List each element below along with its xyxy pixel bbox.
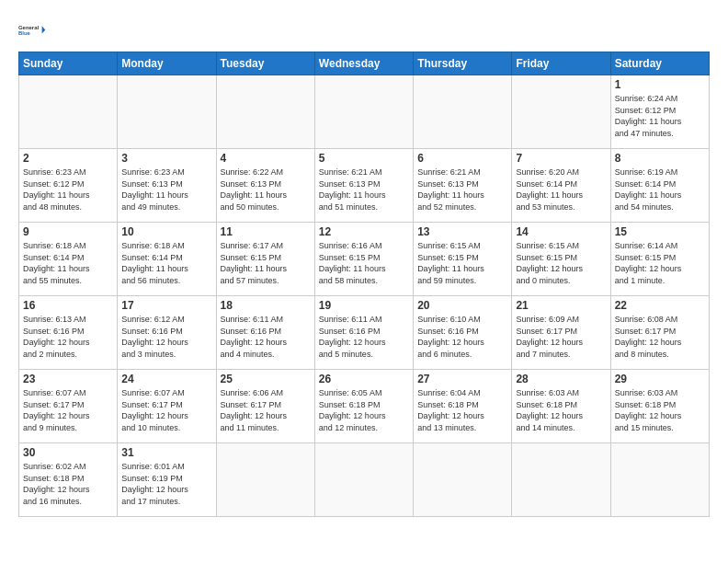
- day-info: Sunrise: 6:11 AM Sunset: 6:16 PM Dayligh…: [221, 314, 311, 360]
- day-number: 19: [319, 299, 409, 312]
- calendar-cell: [216, 75, 314, 149]
- calendar-week-2: 2Sunrise: 6:23 AM Sunset: 6:12 PM Daylig…: [19, 149, 710, 223]
- day-info: Sunrise: 6:22 AM Sunset: 6:13 PM Dayligh…: [221, 167, 311, 213]
- calendar-week-3: 9Sunrise: 6:18 AM Sunset: 6:14 PM Daylig…: [19, 223, 710, 296]
- weekday-header-row: SundayMondayTuesdayWednesdayThursdayFrid…: [19, 52, 710, 75]
- day-number: 25: [221, 373, 311, 385]
- day-number: 12: [319, 225, 409, 238]
- day-info: Sunrise: 6:11 AM Sunset: 6:16 PM Dayligh…: [319, 314, 409, 360]
- weekday-header-friday: Friday: [512, 52, 610, 75]
- day-info: Sunrise: 6:03 AM Sunset: 6:18 PM Dayligh…: [615, 387, 705, 433]
- calendar-cell: 28Sunrise: 6:03 AM Sunset: 6:18 PM Dayli…: [512, 370, 610, 443]
- calendar-table: SundayMondayTuesdayWednesdayThursdayFrid…: [18, 52, 710, 517]
- calendar-cell: 10Sunrise: 6:18 AM Sunset: 6:14 PM Dayli…: [118, 223, 216, 296]
- day-info: Sunrise: 6:14 AM Sunset: 6:15 PM Dayligh…: [615, 240, 705, 286]
- day-info: Sunrise: 6:20 AM Sunset: 6:14 PM Dayligh…: [516, 167, 606, 213]
- day-info: Sunrise: 6:21 AM Sunset: 6:13 PM Dayligh…: [319, 167, 409, 213]
- day-number: 9: [23, 225, 113, 238]
- day-number: 3: [121, 152, 211, 165]
- day-number: 24: [121, 373, 211, 385]
- calendar-cell: 6Sunrise: 6:21 AM Sunset: 6:13 PM Daylig…: [414, 149, 512, 223]
- calendar-cell: [414, 75, 512, 149]
- calendar-week-4: 16Sunrise: 6:13 AM Sunset: 6:16 PM Dayli…: [19, 296, 710, 370]
- day-number: 22: [615, 299, 705, 312]
- day-number: 11: [221, 225, 311, 238]
- calendar-cell: 26Sunrise: 6:05 AM Sunset: 6:18 PM Dayli…: [314, 370, 413, 443]
- day-number: 29: [615, 373, 705, 385]
- day-info: Sunrise: 6:15 AM Sunset: 6:15 PM Dayligh…: [417, 240, 507, 286]
- calendar-cell: 2Sunrise: 6:23 AM Sunset: 6:12 PM Daylig…: [19, 149, 118, 223]
- day-number: 20: [417, 299, 507, 312]
- logo: GeneralBlue: [18, 15, 48, 44]
- calendar-cell: [216, 443, 314, 517]
- calendar-cell: 12Sunrise: 6:16 AM Sunset: 6:15 PM Dayli…: [314, 223, 413, 296]
- calendar-cell: 20Sunrise: 6:10 AM Sunset: 6:16 PM Dayli…: [414, 296, 512, 370]
- page-header: GeneralBlue: [18, 15, 710, 44]
- calendar-week-5: 23Sunrise: 6:07 AM Sunset: 6:17 PM Dayli…: [19, 370, 710, 443]
- day-number: 14: [516, 225, 606, 238]
- day-info: Sunrise: 6:07 AM Sunset: 6:17 PM Dayligh…: [23, 387, 113, 433]
- calendar-cell: 29Sunrise: 6:03 AM Sunset: 6:18 PM Dayli…: [610, 370, 709, 443]
- weekday-header-sunday: Sunday: [19, 52, 118, 75]
- calendar-cell: 14Sunrise: 6:15 AM Sunset: 6:15 PM Dayli…: [512, 223, 610, 296]
- day-number: 28: [516, 373, 606, 385]
- day-number: 1: [615, 78, 705, 91]
- calendar-cell: 25Sunrise: 6:06 AM Sunset: 6:17 PM Dayli…: [216, 370, 314, 443]
- calendar-cell: 9Sunrise: 6:18 AM Sunset: 6:14 PM Daylig…: [19, 223, 118, 296]
- svg-text:General: General: [18, 25, 39, 30]
- day-info: Sunrise: 6:17 AM Sunset: 6:15 PM Dayligh…: [221, 240, 311, 286]
- day-number: 17: [121, 299, 211, 312]
- day-info: Sunrise: 6:06 AM Sunset: 6:17 PM Dayligh…: [221, 387, 311, 433]
- day-number: 31: [121, 446, 211, 459]
- weekday-header-wednesday: Wednesday: [314, 52, 413, 75]
- calendar-cell: 17Sunrise: 6:12 AM Sunset: 6:16 PM Dayli…: [118, 296, 216, 370]
- day-info: Sunrise: 6:08 AM Sunset: 6:17 PM Dayligh…: [615, 314, 705, 360]
- day-number: 21: [516, 299, 606, 312]
- svg-text:Blue: Blue: [18, 30, 31, 36]
- day-number: 5: [319, 152, 409, 165]
- weekday-header-saturday: Saturday: [610, 52, 709, 75]
- calendar-cell: 18Sunrise: 6:11 AM Sunset: 6:16 PM Dayli…: [216, 296, 314, 370]
- day-number: 2: [23, 152, 113, 165]
- calendar-cell: 13Sunrise: 6:15 AM Sunset: 6:15 PM Dayli…: [414, 223, 512, 296]
- day-info: Sunrise: 6:19 AM Sunset: 6:14 PM Dayligh…: [615, 167, 705, 213]
- day-info: Sunrise: 6:10 AM Sunset: 6:16 PM Dayligh…: [417, 314, 507, 360]
- day-info: Sunrise: 6:03 AM Sunset: 6:18 PM Dayligh…: [516, 387, 606, 433]
- calendar-cell: 3Sunrise: 6:23 AM Sunset: 6:13 PM Daylig…: [118, 149, 216, 223]
- calendar-cell: 16Sunrise: 6:13 AM Sunset: 6:16 PM Dayli…: [19, 296, 118, 370]
- calendar-cell: [414, 443, 512, 517]
- calendar-cell: 23Sunrise: 6:07 AM Sunset: 6:17 PM Dayli…: [19, 370, 118, 443]
- calendar-week-1: 1Sunrise: 6:24 AM Sunset: 6:12 PM Daylig…: [19, 75, 710, 149]
- calendar-cell: [610, 443, 709, 517]
- calendar-week-6: 30Sunrise: 6:02 AM Sunset: 6:18 PM Dayli…: [19, 443, 710, 517]
- weekday-header-thursday: Thursday: [414, 52, 512, 75]
- calendar-cell: [314, 75, 413, 149]
- weekday-header-tuesday: Tuesday: [216, 52, 314, 75]
- calendar-cell: 5Sunrise: 6:21 AM Sunset: 6:13 PM Daylig…: [314, 149, 413, 223]
- day-info: Sunrise: 6:21 AM Sunset: 6:13 PM Dayligh…: [417, 167, 507, 213]
- calendar-cell: [512, 443, 610, 517]
- weekday-header-monday: Monday: [118, 52, 216, 75]
- day-number: 13: [417, 225, 507, 238]
- day-info: Sunrise: 6:16 AM Sunset: 6:15 PM Dayligh…: [319, 240, 409, 286]
- calendar-cell: 22Sunrise: 6:08 AM Sunset: 6:17 PM Dayli…: [610, 296, 709, 370]
- svg-marker-2: [42, 26, 46, 33]
- day-number: 26: [319, 373, 409, 385]
- day-info: Sunrise: 6:23 AM Sunset: 6:12 PM Dayligh…: [23, 167, 113, 213]
- logo-icon: GeneralBlue: [18, 15, 48, 44]
- day-info: Sunrise: 6:07 AM Sunset: 6:17 PM Dayligh…: [121, 387, 211, 433]
- day-info: Sunrise: 6:18 AM Sunset: 6:14 PM Dayligh…: [23, 240, 113, 286]
- calendar-cell: [314, 443, 413, 517]
- calendar-cell: 4Sunrise: 6:22 AM Sunset: 6:13 PM Daylig…: [216, 149, 314, 223]
- day-info: Sunrise: 6:01 AM Sunset: 6:19 PM Dayligh…: [121, 461, 211, 507]
- day-number: 27: [417, 373, 507, 385]
- day-info: Sunrise: 6:18 AM Sunset: 6:14 PM Dayligh…: [121, 240, 211, 286]
- day-info: Sunrise: 6:02 AM Sunset: 6:18 PM Dayligh…: [23, 461, 113, 507]
- calendar-cell: 27Sunrise: 6:04 AM Sunset: 6:18 PM Dayli…: [414, 370, 512, 443]
- day-number: 10: [121, 225, 211, 238]
- day-info: Sunrise: 6:09 AM Sunset: 6:17 PM Dayligh…: [516, 314, 606, 360]
- calendar-cell: 19Sunrise: 6:11 AM Sunset: 6:16 PM Dayli…: [314, 296, 413, 370]
- calendar-cell: 7Sunrise: 6:20 AM Sunset: 6:14 PM Daylig…: [512, 149, 610, 223]
- day-number: 18: [221, 299, 311, 312]
- calendar-cell: [19, 75, 118, 149]
